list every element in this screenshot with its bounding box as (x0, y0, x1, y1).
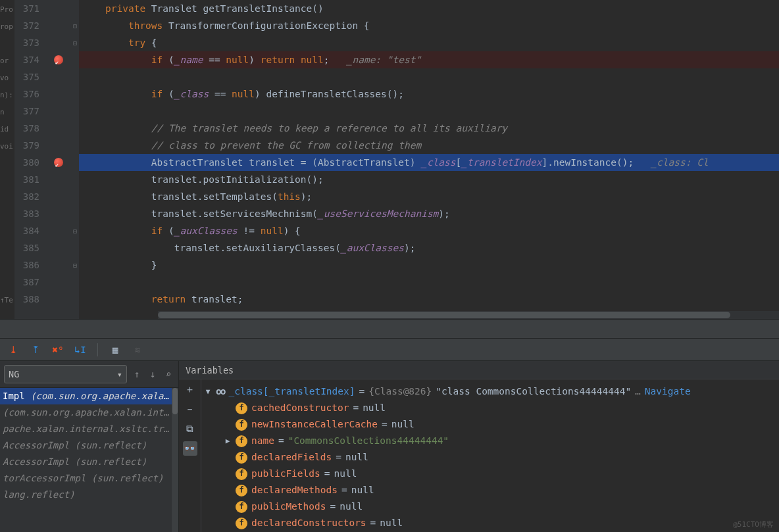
variable-field-row[interactable]: fpublicMethods = null (204, 498, 776, 515)
breakpoint-gutter[interactable] (46, 0, 71, 319)
debug-toolbar: ⤓ ⤒ ✖⁰ ↳I ▦ ≋ (0, 339, 779, 361)
glasses-icon[interactable]: 👓 (183, 441, 197, 456)
code-line[interactable]: if (_auxClasses != null) { (79, 222, 779, 239)
prev-frame-icon[interactable]: ↑ (131, 369, 143, 379)
line-number[interactable]: 386 (14, 256, 39, 274)
line-number[interactable]: 376 (14, 85, 39, 103)
line-number[interactable]: 385 (14, 239, 39, 256)
line-number[interactable]: 383 (14, 205, 39, 222)
evaluate-expression-icon[interactable]: ▦ (109, 343, 122, 356)
line-number[interactable]: 372 (14, 17, 39, 34)
code-line[interactable]: return translet; (79, 291, 779, 308)
field-name: declaredMethods (251, 482, 338, 498)
thread-name: NG (9, 369, 19, 379)
line-number[interactable]: 379 (14, 137, 39, 154)
thread-selector[interactable]: NG ▾ (4, 365, 127, 383)
variables-tree[interactable]: ▼ oo _class[_transletIndex] = {Class@826… (201, 379, 779, 532)
caret-right-icon[interactable]: ▶ (224, 433, 232, 449)
step-over-icon[interactable]: ⤓ (7, 343, 20, 356)
caret-down-icon[interactable]: ▼ (204, 383, 212, 400)
code-line[interactable]: translet.setAuxiliaryClasses(_auxClasses… (79, 239, 779, 256)
variable-row[interactable]: ▼ oo _class[_transletIndex] = {Class@826… (204, 383, 776, 400)
code-line[interactable]: try { (79, 34, 779, 51)
field-icon: f (236, 419, 247, 431)
variable-name: _class[_transletIndex] (228, 383, 355, 400)
code-line[interactable] (79, 68, 779, 85)
line-number[interactable]: 381 (14, 171, 39, 188)
toolwindow-divider[interactable] (0, 319, 779, 339)
debug-body: NG ▾ ↑ ↓ ⌕ Impl (com.sun.org.apache.xala… (0, 361, 779, 532)
frame-row[interactable]: Impl (com.sun.org.apache.xalan.int (0, 388, 172, 404)
code-line[interactable]: if (_name == null) return null; _name: "… (79, 51, 779, 68)
code-editor[interactable]: private Translet getTransletInstance() t… (79, 0, 779, 319)
variable-field-row[interactable]: ▶fname = "CommonsCollections44444444" (204, 433, 776, 449)
variable-field-row[interactable]: fdeclaredConstructors = null (204, 515, 776, 531)
variable-field-row[interactable]: fcachedConstructor = null (204, 400, 776, 416)
line-number[interactable]: 377 (14, 103, 39, 120)
navigate-link[interactable]: Navigate (645, 383, 691, 400)
mute-breakpoints-icon[interactable]: ✖⁰ (51, 343, 64, 356)
code-line-current-execution[interactable]: AbstractTranslet translet = (AbstractTra… (79, 154, 779, 171)
frame-row[interactable]: lang.reflect) (0, 487, 172, 503)
variable-field-row[interactable]: fdeclaredFields = null (204, 449, 776, 466)
scrollbar-thumb[interactable] (158, 312, 730, 318)
variable-field-row[interactable]: fnewInstanceCallerCache = null (204, 416, 776, 433)
field-name: publicMethods (251, 498, 326, 515)
code-line[interactable]: } (79, 256, 779, 274)
line-number[interactable]: 371 (14, 0, 39, 17)
scrollbar-thumb[interactable] (172, 388, 178, 414)
field-icon: f (236, 468, 247, 480)
frames-pane: NG ▾ ↑ ↓ ⌕ Impl (com.sun.org.apache.xala… (0, 361, 179, 532)
code-line[interactable]: throws TransformerConfigurationException… (79, 17, 779, 34)
code-line[interactable]: if (_class == null) defineTransletClasse… (79, 85, 779, 103)
run-to-cursor-icon[interactable]: ↳I (74, 343, 87, 356)
code-line[interactable] (79, 103, 779, 120)
field-name: declaredConstructors (251, 515, 366, 531)
field-value: null (345, 449, 368, 466)
line-number[interactable]: 384 (14, 222, 39, 239)
filter-icon[interactable]: ⌕ (163, 369, 174, 379)
code-line[interactable]: translet.setServicesMechnism(_useService… (79, 205, 779, 222)
fold-gutter[interactable]: ⊟⊟⊟⊟ (71, 0, 79, 319)
line-number[interactable]: 378 (14, 120, 39, 137)
field-icon: f (236, 402, 247, 414)
frames-scrollbar[interactable] (172, 388, 178, 532)
field-name: publicFields (251, 466, 320, 482)
line-number-gutter[interactable]: 371 372 373 374 375 376 377 378 379 380 … (14, 0, 46, 319)
code-line[interactable]: translet.setTemplates(this); (79, 188, 779, 205)
code-line[interactable]: // The translet needs to keep a referenc… (79, 120, 779, 137)
frames-list[interactable]: Impl (com.sun.org.apache.xalan.int (com.… (0, 388, 172, 532)
field-value: null (380, 515, 403, 531)
line-number[interactable]: 382 (14, 188, 39, 205)
variables-header: Variables (179, 361, 779, 379)
line-number[interactable]: 388 (14, 291, 39, 308)
trace-icon[interactable]: ≋ (131, 343, 144, 356)
breakpoint-icon[interactable] (54, 158, 63, 167)
chevron-down-icon: ▾ (117, 369, 122, 379)
line-number[interactable]: 375 (14, 68, 39, 85)
frame-row[interactable]: AccessorImpl (sun.reflect) (0, 437, 172, 454)
horizontal-scrollbar[interactable] (158, 311, 779, 319)
breakpoint-icon[interactable] (54, 55, 63, 64)
frame-row[interactable]: torAccessorImpl (sun.reflect) (0, 470, 172, 487)
editor-area: Pro rop or vo n): n id voi ↑Te 371 372 3… (0, 0, 779, 319)
next-frame-icon[interactable]: ↓ (147, 369, 159, 379)
frame-row[interactable]: (com.sun.org.apache.xalan.interna (0, 404, 172, 421)
frame-row[interactable]: AccessorImpl (sun.reflect) (0, 454, 172, 470)
variable-field-row[interactable]: fpublicFields = null (204, 466, 776, 482)
code-line[interactable] (79, 274, 779, 291)
frame-row[interactable]: pache.xalan.internal.xsltc.trax) (0, 421, 172, 437)
line-number[interactable]: 387 (14, 274, 39, 291)
line-number[interactable]: 380 (14, 154, 39, 171)
line-number[interactable]: 374 (14, 51, 39, 68)
step-out-icon[interactable]: ⤒ (29, 343, 42, 356)
field-icon: f (236, 452, 247, 464)
code-line[interactable]: private Translet getTransletInstance() (79, 0, 779, 17)
variable-field-row[interactable]: fdeclaredMethods = null (204, 482, 776, 498)
add-watch-icon[interactable]: ＋ (183, 382, 197, 397)
copy-icon[interactable]: ⧉ (183, 422, 197, 436)
code-line[interactable]: // class to prevent the GC from collecti… (79, 137, 779, 154)
code-line[interactable]: translet.postInitialization(); (79, 171, 779, 188)
line-number[interactable]: 373 (14, 34, 39, 51)
remove-watch-icon[interactable]: － (183, 402, 197, 416)
